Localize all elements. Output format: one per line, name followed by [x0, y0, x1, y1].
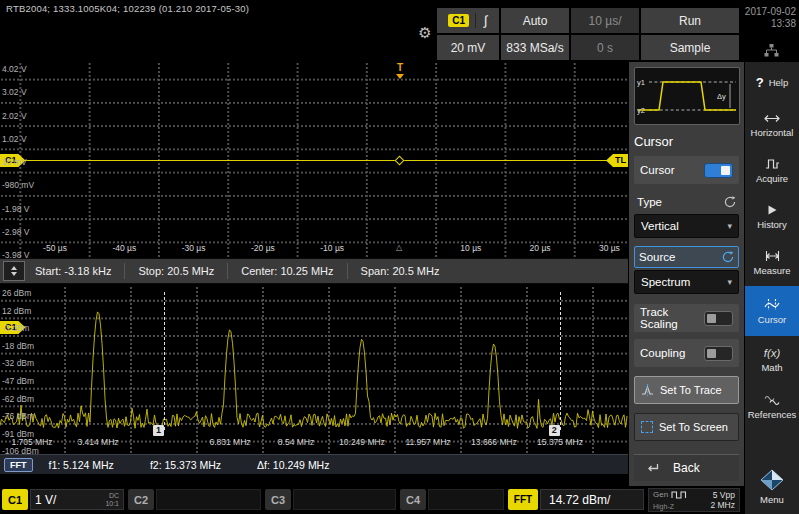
trigger-level-badge[interactable]: TL — [606, 154, 628, 167]
sidebar-item-measure[interactable]: Measure — [745, 240, 799, 286]
scope-y-label: 1.02 V — [2, 134, 27, 144]
reference-point-marker — [395, 156, 405, 166]
run-state-cell[interactable]: Run — [641, 8, 739, 33]
c2-channel-chip[interactable]: C2 — [128, 489, 154, 510]
c1-probe-label: 10:1 — [105, 500, 119, 508]
spectrum-x-label: 3.414 MHz — [74, 437, 122, 447]
fft-settings-bar: Start: -3.18 kHz Stop: 20.5 MHz Center: … — [0, 258, 628, 284]
sidebar-item-cursor[interactable]: Cursor — [745, 286, 799, 336]
scope-x-label: 10 µs — [447, 243, 495, 253]
scope-y-label: -2.98 V — [2, 227, 29, 237]
set-to-trace-icon — [641, 383, 654, 397]
type-value: Vertical — [641, 220, 679, 232]
track-toggle[interactable] — [704, 311, 733, 326]
preview-dy-label: Δy — [717, 92, 726, 101]
type-row[interactable]: Type — [634, 192, 739, 212]
horizontal-position-cell[interactable]: 0 s — [571, 35, 639, 60]
chevron-down-icon: ▾ — [727, 277, 732, 287]
spectrum-y-label: -32 dBm — [2, 358, 34, 368]
c1-channel-chip[interactable]: C1 — [2, 489, 28, 510]
scope-x-label: 20 µs — [516, 243, 564, 253]
scope-x-label: -40 µs — [100, 243, 148, 253]
square-wave-icon — [671, 491, 687, 499]
generator-values: 5 Vpp 2 MHz — [710, 490, 735, 510]
question-mark-icon: ? — [756, 75, 764, 90]
set-to-screen-label: Set To Screen — [659, 421, 728, 433]
sidebar-item-acquire[interactable]: Acquire — [745, 148, 799, 194]
cursor-enable-row[interactable]: Cursor — [634, 156, 739, 184]
spectrum-cursor-flag-1[interactable]: 1 — [153, 425, 164, 436]
sidebar-item-menu[interactable]: Menu — [745, 460, 799, 514]
cursor-delta-f-readout: Δf: 10.249 MHz — [257, 459, 329, 471]
spectrum-cursor-flag-2[interactable]: 2 — [549, 425, 560, 436]
scope-y-label: 3.02 V — [2, 87, 27, 97]
generator-status[interactable]: Gen High-Z 5 Vpp 2 MHz — [648, 488, 740, 512]
acquisition-mode-cell[interactable]: Sample — [641, 35, 739, 60]
split-view-expand-control[interactable] — [3, 261, 25, 281]
time-domain-plot[interactable]: T △ C1 TL 4.02 V3.02 V2.02 V1.02 V20 mV-… — [0, 62, 628, 258]
sidebar-spacer — [745, 430, 799, 460]
cursor-toggle[interactable] — [704, 163, 733, 178]
fft-start-field[interactable]: Start: -3.18 kHz — [33, 263, 124, 279]
cursor-menu-panel: y1 y2 Δy Cursor Cursor Type Vertical ▾ S… — [628, 62, 744, 486]
back-button[interactable]: Back — [634, 454, 739, 481]
c4-channel-chip[interactable]: C4 — [400, 489, 426, 510]
datetime: 2017-09-02 13:38 — [736, 6, 796, 30]
source-label: Source — [639, 251, 675, 263]
sample-rate-cell: 833 MSa/s — [501, 35, 569, 60]
back-label: Back — [673, 461, 700, 475]
fft-scale-box[interactable]: 14.72 dBm/ — [540, 489, 644, 510]
spectrum-x-label: 6.831 MHz — [206, 437, 254, 447]
fft-stop-field[interactable]: Stop: 20.5 MHz — [124, 263, 227, 279]
spectrum-cursor-line-1[interactable] — [164, 292, 165, 430]
preview-y2-label: y2 — [637, 106, 645, 115]
timebase-cell[interactable]: 10 µs/ — [571, 8, 639, 33]
sidebar-item-horizontal[interactable]: Horizontal — [745, 102, 799, 148]
fft-chip[interactable]: FFT — [508, 489, 538, 510]
spectrum-y-label: -106 dBm — [2, 446, 39, 454]
source-value: Spectrum — [641, 276, 690, 288]
vertical-scale-cell[interactable]: 20 mV — [437, 35, 499, 60]
sidebar-item-help[interactable]: ? Help — [745, 62, 799, 102]
c2-empty-box[interactable] — [156, 489, 261, 510]
source-select[interactable]: Spectrum ▾ — [634, 270, 739, 294]
c4-empty-box[interactable] — [428, 489, 504, 510]
rtb2004-screen: RTB2004; 1333.1005K04; 102239 (01.210 20… — [0, 0, 799, 514]
type-select[interactable]: Vertical ▾ — [634, 214, 739, 238]
scope-y-label: -1.98 V — [2, 204, 29, 214]
reference-waves-icon — [764, 394, 780, 406]
sidebar-item-math[interactable]: f(x) Math — [745, 336, 799, 384]
gen-amplitude: 5 Vpp — [713, 490, 735, 500]
date-label: 2017-09-02 — [736, 6, 796, 18]
coupling-toggle[interactable] — [704, 346, 733, 361]
fft-span-field[interactable]: Span: 20.5 MHz — [347, 263, 453, 279]
trigger-mode-cell[interactable]: Auto — [501, 8, 569, 33]
trigger-position-marker[interactable]: T — [394, 63, 406, 79]
fft-center-field[interactable]: Center: 10.25 MHz — [227, 263, 346, 279]
play-icon — [766, 204, 778, 216]
sidebar-item-references[interactable]: References — [745, 384, 799, 430]
spectrum-cursor-line-2[interactable] — [560, 292, 561, 430]
track-scaling-row[interactable]: Track Scaling — [634, 304, 739, 332]
arrow-down-icon — [11, 272, 17, 276]
c3-empty-box[interactable] — [293, 489, 396, 510]
coupling-row[interactable]: Coupling — [634, 339, 739, 367]
spectrum-y-label: -3 dBm — [2, 323, 29, 333]
c3-channel-chip[interactable]: C3 — [265, 489, 291, 510]
spectrum-plot[interactable]: C1 26 dBm12 dBm-3 dBm-18 dBm-32 dBm-47 d… — [0, 286, 628, 454]
set-to-trace-button[interactable]: Set To Trace — [634, 376, 739, 404]
trigger-source-cell[interactable]: C1 ∫ — [437, 8, 499, 33]
sidebar-item-history[interactable]: History — [745, 194, 799, 240]
time-label: 13:38 — [736, 18, 796, 30]
scope-y-label: -3.98 V — [2, 250, 29, 258]
set-to-screen-button[interactable]: Set To Screen — [634, 413, 739, 441]
settings-gear-button[interactable]: ⚙ — [414, 22, 436, 44]
source-row[interactable]: Source — [634, 246, 739, 268]
c1-scale-value: 1 V/ — [35, 493, 56, 507]
fx-icon: f(x) — [764, 347, 781, 359]
set-to-trace-label: Set To Trace — [660, 384, 722, 396]
c1-scale-box[interactable]: 1 V/ DC 10:1 — [30, 489, 124, 510]
cursor-preview-image: y1 y2 Δy — [634, 67, 740, 125]
trigger-channel-badge: C1 — [448, 14, 469, 27]
menu-title: Cursor — [634, 134, 739, 149]
